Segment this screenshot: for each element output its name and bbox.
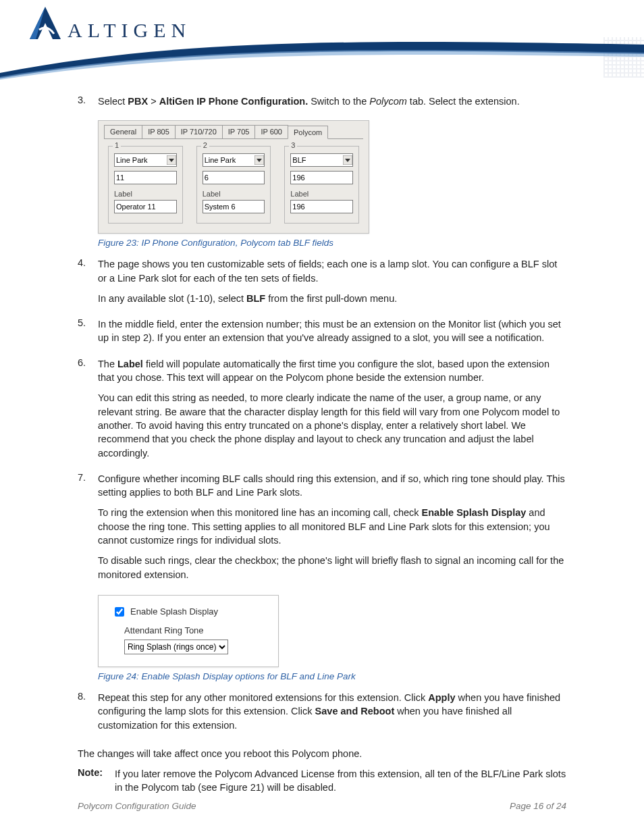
step-4-p2: In any available slot (1-10), select BLF… bbox=[98, 292, 566, 305]
tab-general[interactable]: General bbox=[104, 125, 142, 138]
slot-3-label-text: Label bbox=[290, 190, 353, 198]
slot-2-legend: 2 bbox=[201, 141, 209, 149]
page-header: ALTIGEN bbox=[0, 0, 644, 88]
slot-2-value-input[interactable] bbox=[203, 171, 265, 184]
slot-2: 2 Label bbox=[196, 146, 271, 224]
figure-24-screenshot: Enable Splash Display Attendant Ring Ton… bbox=[98, 595, 279, 667]
slot-3-label-input[interactable] bbox=[290, 200, 353, 213]
slot-1-legend: 1 bbox=[113, 141, 121, 149]
tab-ip600[interactable]: IP 600 bbox=[254, 125, 288, 138]
slot-3-type-select[interactable] bbox=[290, 153, 353, 167]
footer-page-number: Page 16 of 24 bbox=[510, 801, 566, 811]
note-label: Note: bbox=[78, 767, 115, 795]
note-block: Note: If you later remove the Polycom Ad… bbox=[78, 767, 566, 795]
figure-24-caption: Figure 24: Enable Splash Display options… bbox=[98, 671, 566, 681]
slot-3-value-input[interactable] bbox=[290, 171, 353, 184]
slot-2-type-select[interactable] bbox=[203, 153, 265, 167]
footer-title: Polycom Configuration Guide bbox=[78, 801, 196, 811]
step-4-p1: The page shows you ten customizable sets… bbox=[98, 257, 566, 285]
header-swoosh-icon bbox=[0, 32, 644, 80]
step-8: 8. Repeat this step for any other monito… bbox=[78, 691, 566, 739]
step-5-p1: In the middle field, enter the extension… bbox=[98, 317, 566, 345]
slot-1-label-text: Label bbox=[114, 190, 177, 198]
step-number: 5. bbox=[78, 317, 98, 352]
step-3: 3. Select PBX > AltiGen IP Phone Configu… bbox=[78, 95, 566, 115]
enable-splash-display-checkbox[interactable] bbox=[115, 607, 124, 617]
slot-1-type-select[interactable] bbox=[114, 153, 177, 167]
attendant-ring-tone-label: Attendant Ring Tone bbox=[124, 625, 267, 635]
step-number: 7. bbox=[78, 472, 98, 588]
step-7-p2: To ring the extension when this monitore… bbox=[98, 506, 566, 547]
slot-1-value-input[interactable] bbox=[114, 171, 177, 184]
enable-splash-display-label: Enable Splash Display bbox=[130, 606, 218, 617]
step-3-text: Select PBX > AltiGen IP Phone Configurat… bbox=[98, 95, 566, 108]
tab-polycom[interactable]: Polycom bbox=[288, 126, 328, 139]
step-number: 6. bbox=[78, 357, 98, 467]
step-number: 8. bbox=[78, 691, 98, 739]
tab-ip710-720[interactable]: IP 710/720 bbox=[175, 125, 223, 138]
step-7-p1: Configure whether incoming BLF calls sho… bbox=[98, 472, 566, 500]
step-5: 5. In the middle field, enter the extens… bbox=[78, 317, 566, 352]
step-6-p2: You can edit this string as needed, to m… bbox=[98, 391, 566, 459]
slot-1-label-input[interactable] bbox=[114, 200, 177, 213]
step-number: 3. bbox=[78, 95, 98, 115]
step-6-p1: The Label field will populate automatica… bbox=[98, 357, 566, 385]
step-4: 4. The page shows you ten customizable s… bbox=[78, 257, 566, 312]
slot-2-label-text: Label bbox=[203, 190, 265, 198]
note-text: If you later remove the Polycom Advanced… bbox=[115, 767, 566, 795]
step-6: 6. The Label field will populate automat… bbox=[78, 357, 566, 467]
slot-1: 1 Label bbox=[108, 146, 183, 224]
attendant-ring-tone-select[interactable]: Ring Splash (rings once) bbox=[124, 640, 228, 654]
step-7: 7. Configure whether incoming BLF calls … bbox=[78, 472, 566, 588]
tab-strip: General IP 805 IP 710/720 IP 705 IP 600 … bbox=[99, 121, 369, 138]
closing-paragraph: The changes will take affect once you re… bbox=[78, 747, 566, 760]
tab-ip705[interactable]: IP 705 bbox=[222, 125, 256, 138]
page-footer: Polycom Configuration Guide Page 16 of 2… bbox=[78, 801, 566, 811]
figure-23-screenshot: General IP 805 IP 710/720 IP 705 IP 600 … bbox=[98, 120, 369, 234]
slot-3-legend: 3 bbox=[289, 141, 297, 149]
slot-3: 3 Label bbox=[284, 146, 359, 224]
figure-23-caption: Figure 23: IP Phone Configuration, Polyc… bbox=[98, 238, 566, 248]
step-7-p3: To disable such rings, clear the checkbo… bbox=[98, 554, 566, 581]
tab-ip805[interactable]: IP 805 bbox=[142, 125, 176, 138]
step-number: 4. bbox=[78, 257, 98, 312]
step-8-p1: Repeat this step for any other monitored… bbox=[98, 691, 566, 732]
slot-2-label-input[interactable] bbox=[203, 200, 265, 213]
